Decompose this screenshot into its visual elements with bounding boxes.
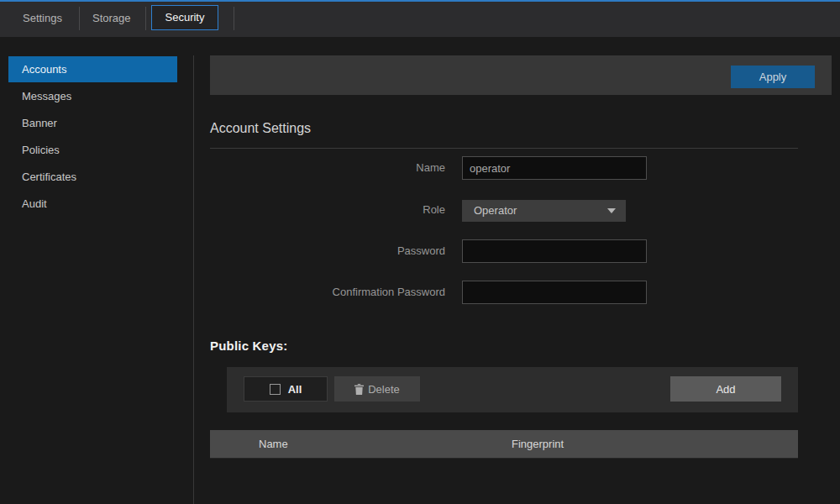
delete-button[interactable]: Delete (334, 376, 420, 402)
select-all-checkbox[interactable] (270, 384, 281, 395)
select-all-button[interactable]: All (244, 376, 328, 402)
sidebar: Accounts Messages Banner Policies Certif… (0, 37, 193, 504)
security-settings-page: Settings Storage Security Accounts Messa… (0, 0, 840, 504)
sidebar-item-audit[interactable]: Audit (8, 191, 177, 217)
column-header-fingerprint: Fingerprint (512, 430, 564, 459)
role-select[interactable]: Operator (462, 200, 626, 222)
sidebar-item-messages[interactable]: Messages (8, 83, 177, 109)
tab-divider (145, 7, 146, 30)
role-selected-value: Operator (474, 204, 517, 217)
name-label: Name (210, 156, 445, 180)
section-divider (210, 148, 798, 149)
tab-settings[interactable]: Settings (23, 0, 62, 37)
apply-toolbar: Apply (210, 55, 832, 95)
trash-icon (354, 384, 364, 395)
confirmation-password-input[interactable] (462, 281, 647, 304)
tab-divider (234, 7, 234, 30)
tab-security[interactable]: Security (151, 5, 218, 30)
sidebar-item-policies[interactable]: Policies (8, 137, 177, 163)
delete-label: Delete (368, 383, 400, 396)
column-header-name: Name (259, 430, 288, 459)
sidebar-item-accounts[interactable]: Accounts (8, 56, 177, 82)
sidebar-item-certificates[interactable]: Certificates (8, 164, 177, 190)
public-keys-title: Public Keys: (210, 339, 287, 353)
chevron-down-icon (607, 208, 616, 213)
public-keys-table-header: Name Fingerprint (210, 430, 798, 459)
confirmation-password-label: Confirmation Password (210, 281, 445, 304)
account-settings-title: Account Settings (210, 121, 311, 136)
main-content: Apply Account Settings Name Role Operato… (194, 37, 840, 504)
add-button[interactable]: Add (670, 376, 781, 402)
public-keys-toolbar: All Delete Add (227, 367, 798, 412)
select-all-label: All (288, 383, 302, 396)
apply-button[interactable]: Apply (731, 66, 815, 88)
name-input[interactable] (462, 156, 647, 180)
password-label: Password (210, 239, 445, 263)
role-label: Role (210, 199, 445, 221)
tab-storage[interactable]: Storage (92, 0, 131, 37)
tab-divider (79, 7, 80, 30)
top-tab-bar: Settings Storage Security (0, 0, 840, 37)
password-input[interactable] (462, 239, 647, 263)
sidebar-item-banner[interactable]: Banner (8, 110, 177, 136)
